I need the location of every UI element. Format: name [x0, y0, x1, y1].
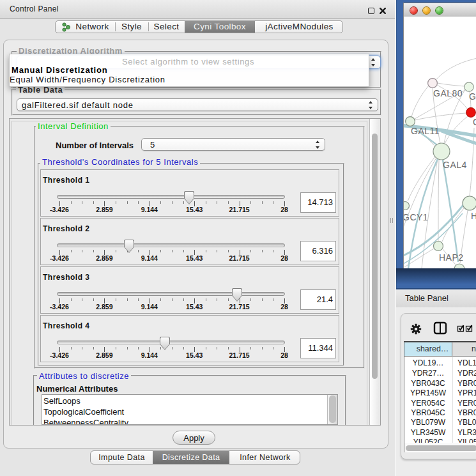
svg-text:HIS4: HIS4 — [471, 211, 476, 221]
svg-text:GAL11: GAL11 — [411, 126, 440, 136]
svg-text:HAP2: HAP2 — [439, 252, 464, 263]
svg-text:CDC: CDC — [473, 117, 476, 127]
svg-text:GAL80: GAL80 — [433, 88, 463, 98]
svg-text:GAL3: GAL3 — [469, 91, 476, 102]
svg-text:GAL4: GAL4 — [443, 160, 467, 170]
svg-text:GCY1: GCY1 — [404, 212, 428, 222]
